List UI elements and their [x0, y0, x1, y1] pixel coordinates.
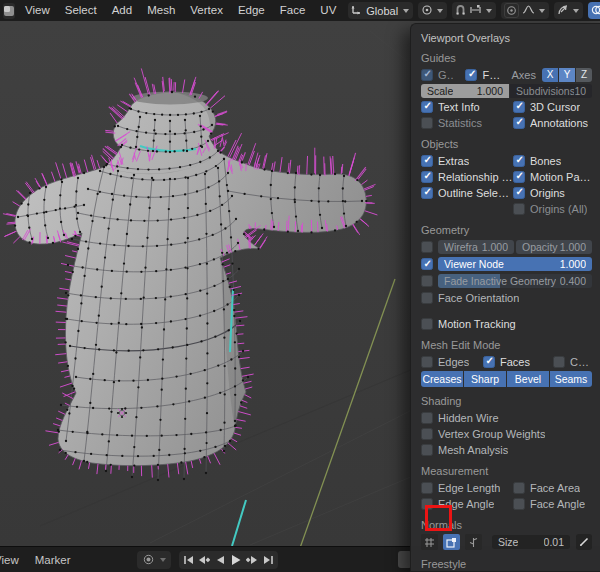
bones-checkbox[interactable] — [513, 155, 525, 167]
edge-angle-checkbox[interactable] — [421, 498, 433, 510]
text-info-checkbox[interactable] — [421, 101, 433, 113]
origins-all-checkbox[interactable] — [513, 203, 525, 215]
face-angle-checkbox[interactable] — [513, 498, 525, 510]
edges-checkbox[interactable] — [421, 356, 433, 368]
center-checkbox[interactable] — [553, 356, 565, 368]
fade-inactive-slider[interactable]: Fade Inactive Geometry0.400 — [438, 274, 592, 288]
show-overlays-dropdown[interactable] — [588, 2, 600, 19]
relationship-lines-option[interactable]: Relationship Lines — [421, 171, 513, 183]
motion-paths-option[interactable]: Motion Paths — [513, 171, 592, 183]
vertex-group-weights-checkbox[interactable] — [421, 428, 433, 440]
relationship-lines-checkbox[interactable] — [421, 171, 433, 183]
chevron-down-icon — [573, 9, 579, 13]
section-freestyle: Freestyle — [421, 558, 592, 570]
statistics-checkbox[interactable] — [421, 117, 433, 129]
text-info-option[interactable]: Text Info — [421, 101, 513, 113]
center-option[interactable]: Center — [553, 356, 592, 368]
edges-option[interactable]: Edges — [421, 356, 483, 368]
opacity-slider[interactable]: Opacity1.000 — [516, 240, 592, 254]
mesh-analysis-checkbox[interactable] — [421, 444, 433, 456]
motion-paths-checkbox[interactable] — [513, 171, 525, 183]
jump-to-end-button[interactable] — [261, 552, 276, 568]
wireframe-checkbox[interactable] — [421, 241, 433, 253]
seams-button[interactable]: Seams — [550, 371, 592, 387]
proportional-editing-group[interactable] — [501, 2, 549, 19]
origins-all-option[interactable]: Origins (All) — [513, 203, 592, 215]
play-button[interactable] — [229, 552, 244, 568]
origins-option[interactable]: Origins — [513, 187, 592, 199]
axis-y-toggle[interactable]: Y — [559, 68, 575, 82]
vertex-normals-toggle[interactable] — [421, 534, 438, 550]
faces-option[interactable]: Faces — [483, 356, 553, 368]
3d-cursor-option[interactable]: 3D Cursor — [513, 101, 592, 113]
timeline-menu-marker[interactable]: Marker — [27, 554, 79, 566]
wireframe-slider[interactable]: Wirefra1.000 — [438, 240, 514, 254]
menu-edge[interactable]: Edge — [231, 0, 272, 21]
3d-cursor-checkbox[interactable] — [513, 101, 525, 113]
edit-value-icon[interactable] — [576, 534, 592, 550]
hidden-wire-checkbox[interactable] — [421, 412, 433, 424]
face-area-option[interactable]: Face Area — [513, 482, 592, 494]
bones-option[interactable]: Bones — [513, 155, 592, 167]
extras-checkbox[interactable] — [421, 155, 433, 167]
outline-selected-option[interactable]: Outline Selected — [421, 187, 513, 199]
viewport-overlays-panel: Viewport Overlays Guides Grid Floor Axes… — [410, 23, 600, 572]
grid-scale-slider[interactable]: Scale1.000 — [421, 84, 509, 98]
creases-button[interactable]: Creases — [421, 371, 463, 387]
normals-size-slider[interactable]: Size0.01 — [492, 535, 570, 549]
sharp-button[interactable]: Sharp — [464, 371, 506, 387]
face-area-checkbox[interactable] — [513, 482, 525, 494]
previous-keyframe-button[interactable] — [197, 552, 212, 568]
edge-length-option[interactable]: Edge Length — [421, 482, 513, 494]
show-gizmo-dropdown[interactable] — [554, 2, 583, 19]
face-orientation-checkbox[interactable] — [421, 292, 433, 304]
axis-x-toggle[interactable]: X — [542, 68, 558, 82]
menu-view[interactable]: View — [18, 0, 57, 21]
overlays-icon — [591, 4, 600, 18]
annotations-checkbox[interactable] — [513, 117, 525, 129]
face-normals-toggle[interactable] — [443, 534, 460, 550]
jump-to-start-button[interactable] — [181, 552, 196, 568]
play-reverse-button[interactable] — [213, 552, 228, 568]
axis-z-toggle[interactable]: Z — [576, 68, 592, 82]
bevel-button[interactable]: Bevel — [507, 371, 549, 387]
grid-option[interactable]: Grid — [421, 69, 453, 81]
extras-option[interactable]: Extras — [421, 155, 513, 167]
floor-checkbox[interactable] — [465, 69, 477, 81]
face-orientation-option[interactable]: Face Orientation — [421, 292, 519, 304]
fade-inactive-checkbox[interactable] — [421, 275, 433, 287]
split-normals-toggle[interactable] — [465, 534, 482, 550]
next-keyframe-button[interactable] — [245, 552, 260, 568]
editor-type-icon[interactable] — [3, 3, 15, 19]
mesh-analysis-option[interactable]: Mesh Analysis — [421, 444, 508, 456]
grid-checkbox[interactable] — [421, 69, 433, 81]
motion-tracking-option[interactable]: Motion Tracking — [421, 318, 516, 330]
edge-angle-option[interactable]: Edge Angle — [421, 498, 513, 510]
record-button[interactable] — [141, 552, 156, 568]
transform-orientation-dropdown[interactable]: Global — [348, 2, 413, 19]
pivot-point-dropdown[interactable] — [418, 2, 447, 19]
snapping-group[interactable] — [452, 2, 496, 19]
edge-length-checkbox[interactable] — [421, 482, 433, 494]
menu-add[interactable]: Add — [105, 0, 139, 21]
menu-uv[interactable]: UV — [313, 0, 343, 21]
hidden-wire-option[interactable]: Hidden Wire — [421, 412, 499, 424]
outline-selected-checkbox[interactable] — [421, 187, 433, 199]
statistics-option[interactable]: Statistics — [421, 117, 513, 129]
viewer-node-slider[interactable]: Viewer Node1.000 — [438, 257, 592, 271]
faces-checkbox[interactable] — [483, 356, 495, 368]
timeline-menu-view[interactable]: View — [0, 554, 27, 566]
menu-select[interactable]: Select — [58, 0, 104, 21]
grid-subdivisions-slider[interactable]: Subdivisions10 — [510, 84, 592, 98]
motion-tracking-checkbox[interactable] — [421, 318, 433, 330]
annotations-option[interactable]: Annotations — [513, 117, 592, 129]
face-angle-option[interactable]: Face Angle — [513, 498, 592, 510]
viewer-node-checkbox[interactable] — [421, 258, 433, 270]
menu-mesh[interactable]: Mesh — [140, 0, 182, 21]
section-geometry: Geometry — [421, 224, 592, 236]
menu-face[interactable]: Face — [273, 0, 313, 21]
floor-option[interactable]: Floor — [465, 69, 501, 81]
menu-vertex[interactable]: Vertex — [183, 0, 230, 21]
vertex-group-weights-option[interactable]: Vertex Group Weights — [421, 428, 545, 440]
origins-checkbox[interactable] — [513, 187, 525, 199]
